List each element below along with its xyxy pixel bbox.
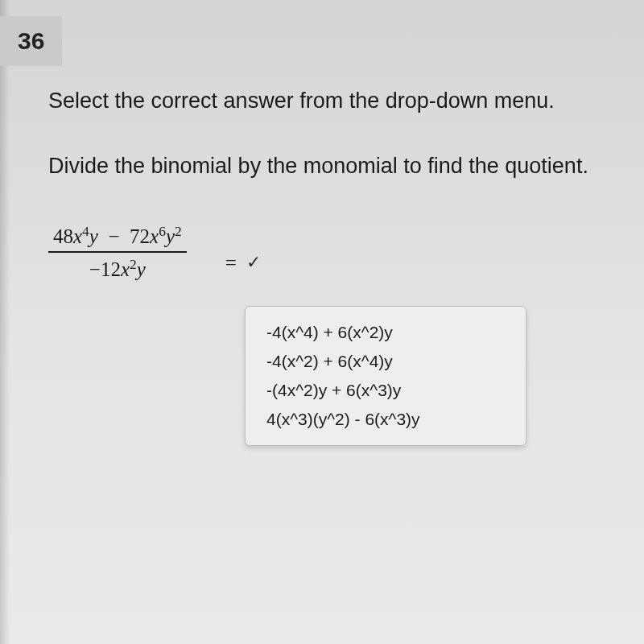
equals-sign: =	[225, 252, 237, 275]
dropdown-option[interactable]: -4(x^4) + 6(x^2)y	[246, 318, 526, 347]
dropdown-option[interactable]: -4(x^2) + 6(x^4)y	[246, 347, 526, 376]
dropdown-option[interactable]: 4(x^3)(y^2) - 6(x^3)y	[246, 405, 526, 434]
check-icon[interactable]: ✓	[246, 252, 261, 273]
fraction-numerator: 48x4y − 72x6y2	[48, 223, 187, 253]
prompt-text: Divide the binomial by the monomial to f…	[48, 154, 612, 179]
question-number-badge: 36	[0, 16, 62, 66]
instruction-text: Select the correct answer from the drop-…	[48, 89, 612, 114]
fraction-denominator: −12x2y	[48, 253, 187, 281]
left-shadow	[0, 0, 10, 644]
fraction-expression: 48x4y − 72x6y2 −12x2y	[48, 223, 187, 282]
equation-row: 48x4y − 72x6y2 −12x2y = ✓	[48, 223, 612, 282]
answer-dropdown[interactable]: -4(x^4) + 6(x^2)y -4(x^2) + 6(x^4)y -(4x…	[245, 306, 526, 446]
question-content: Select the correct answer from the drop-…	[48, 89, 612, 282]
dropdown-option[interactable]: -(4x^2)y + 6(x^3)y	[246, 376, 526, 405]
